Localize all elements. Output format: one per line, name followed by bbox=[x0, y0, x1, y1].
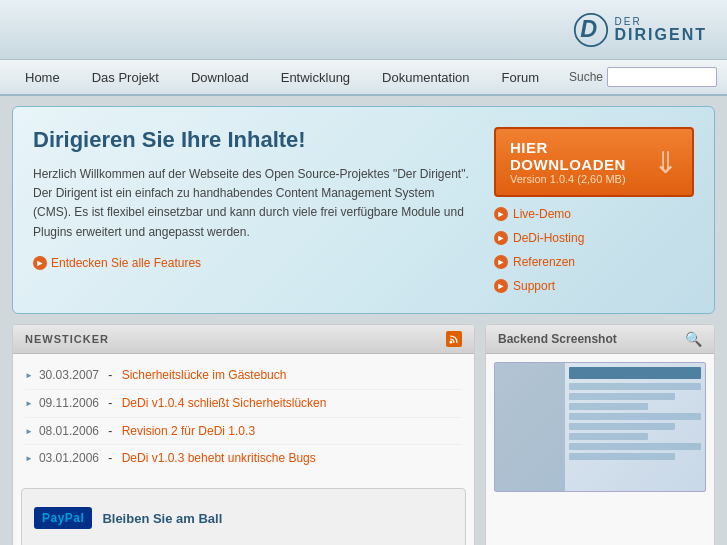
screenshot-header: Backend Screenshot 🔍 bbox=[486, 325, 714, 354]
nav-entwicklung[interactable]: Entwicklung bbox=[266, 64, 365, 91]
news-header-label: NEWSTICKER bbox=[25, 333, 109, 345]
hero-title: Dirigieren Sie Ihre Inhalte! bbox=[33, 127, 474, 153]
hero-right: HIER DOWNLOADEN Version 1.0.4 (2,60 MB) … bbox=[494, 127, 694, 293]
news-section: NEWSTICKER ► 30.03.2007 - Sicherheitslüc… bbox=[12, 324, 475, 545]
logo-der: DER bbox=[615, 17, 707, 27]
news-separator: - bbox=[105, 450, 116, 467]
news-separator: - bbox=[105, 367, 116, 384]
nav-dokumentation[interactable]: Dokumentation bbox=[367, 64, 484, 91]
news-separator: - bbox=[105, 395, 116, 412]
hero-text: Herzlich Willkommen auf der Webseite des… bbox=[33, 165, 474, 242]
rss-icon[interactable] bbox=[446, 331, 462, 347]
live-demo-arrow-icon: ► bbox=[494, 207, 508, 221]
support-label: Support bbox=[513, 279, 555, 293]
support-link[interactable]: ► Support bbox=[494, 279, 555, 293]
screenshot-row bbox=[569, 403, 648, 410]
paypal-logo[interactable]: PayPal bbox=[34, 507, 92, 529]
paypal-text: Bleiben Sie am Ball bbox=[102, 511, 222, 526]
screenshot-image bbox=[494, 362, 706, 492]
search-input[interactable] bbox=[607, 67, 717, 87]
screenshot-row bbox=[569, 443, 701, 450]
referenzen-link[interactable]: ► Referenzen bbox=[494, 255, 575, 269]
news-date: 09.11.2006 bbox=[39, 395, 99, 412]
news-link[interactable]: DeDi v1.0.3 behebt unkritische Bugs bbox=[122, 450, 316, 467]
screenshot-content bbox=[569, 367, 701, 487]
paypal-section: PayPal Bleiben Sie am Ball bbox=[21, 488, 466, 545]
referenzen-label: Referenzen bbox=[513, 255, 575, 269]
news-item: ► 08.01.2006 - Revision 2 für DeDi 1.0.3 bbox=[25, 418, 462, 446]
news-item: ► 03.01.2006 - DeDi v1.0.3 behebt unkrit… bbox=[25, 445, 462, 472]
download-btn-version: Version 1.0.4 (2,60 MB) bbox=[510, 173, 645, 185]
news-date: 30.03.2007 bbox=[39, 367, 99, 384]
screenshot-sidebar bbox=[495, 363, 565, 491]
features-link-label: Entdecken Sie alle Features bbox=[51, 256, 201, 270]
referenzen-arrow-icon: ► bbox=[494, 255, 508, 269]
hero-left: Dirigieren Sie Ihre Inhalte! Herzlich Wi… bbox=[33, 127, 474, 293]
logo-dirigent: DIRIGENT bbox=[615, 27, 707, 43]
nav-forum[interactable]: Forum bbox=[487, 64, 555, 91]
hosting-label: DeDi-Hosting bbox=[513, 231, 584, 245]
news-list: ► 30.03.2007 - Sicherheitslücke im Gäste… bbox=[13, 354, 474, 480]
news-item: ► 09.11.2006 - DeDi v1.0.4 schließt Sich… bbox=[25, 390, 462, 418]
nav-projekt[interactable]: Das Projekt bbox=[77, 64, 174, 91]
navigation: Home Das Projekt Download Entwicklung Do… bbox=[0, 60, 727, 96]
screenshot-content-header bbox=[569, 367, 701, 379]
news-link[interactable]: Sicherheitslücke im Gästebuch bbox=[122, 367, 287, 384]
nav-download[interactable]: Download bbox=[176, 64, 264, 91]
news-bullet: ► bbox=[25, 453, 33, 464]
main-content: NEWSTICKER ► 30.03.2007 - Sicherheitslüc… bbox=[12, 324, 715, 545]
hosting-link[interactable]: ► DeDi-Hosting bbox=[494, 231, 584, 245]
download-btn-label: HIER DOWNLOADEN bbox=[510, 139, 645, 173]
screenshot-row bbox=[569, 433, 648, 440]
live-demo-label: Live-Demo bbox=[513, 207, 571, 221]
news-bullet: ► bbox=[25, 426, 33, 437]
news-bullet: ► bbox=[25, 398, 33, 409]
download-button[interactable]: HIER DOWNLOADEN Version 1.0.4 (2,60 MB) … bbox=[494, 127, 694, 197]
screenshot-row bbox=[569, 383, 701, 390]
paypal-logo-text: PayPal bbox=[42, 511, 84, 525]
support-arrow-icon: ► bbox=[494, 279, 508, 293]
news-link[interactable]: Revision 2 für DeDi 1.0.3 bbox=[122, 423, 255, 440]
search-icon[interactable]: 🔍 bbox=[685, 331, 702, 347]
live-demo-link[interactable]: ► Live-Demo bbox=[494, 207, 571, 221]
arrow-circle-icon: ► bbox=[33, 256, 47, 270]
download-arrow-icon: ⇓ bbox=[653, 145, 678, 180]
screenshot-header-label: Backend Screenshot bbox=[498, 332, 617, 346]
hero-section: Dirigieren Sie Ihre Inhalte! Herzlich Wi… bbox=[12, 106, 715, 314]
logo-icon: D bbox=[573, 12, 609, 48]
news-separator: - bbox=[105, 423, 116, 440]
news-bullet: ► bbox=[25, 370, 33, 381]
screenshot-row bbox=[569, 393, 675, 400]
hosting-arrow-icon: ► bbox=[494, 231, 508, 245]
screenshot-row bbox=[569, 413, 701, 420]
screenshot-section: Backend Screenshot 🔍 bbox=[485, 324, 715, 545]
news-date: 03.01.2006 bbox=[39, 450, 99, 467]
nav-home[interactable]: Home bbox=[10, 64, 75, 91]
news-item: ► 30.03.2007 - Sicherheitslücke im Gäste… bbox=[25, 362, 462, 390]
screenshot-row bbox=[569, 423, 675, 430]
svg-point-2 bbox=[450, 341, 453, 344]
news-header: NEWSTICKER bbox=[13, 325, 474, 354]
logo: D DER DIRIGENT bbox=[573, 12, 707, 48]
screenshot-row bbox=[569, 453, 675, 460]
header: D DER DIRIGENT bbox=[0, 0, 727, 60]
news-link[interactable]: DeDi v1.0.4 schließt Sicherheitslücken bbox=[122, 395, 327, 412]
search-label: Suche bbox=[569, 70, 603, 84]
svg-text:D: D bbox=[580, 16, 597, 42]
features-link[interactable]: ► Entdecken Sie alle Features bbox=[33, 256, 474, 270]
search-area: Suche bbox=[569, 67, 717, 87]
news-date: 08.01.2006 bbox=[39, 423, 99, 440]
